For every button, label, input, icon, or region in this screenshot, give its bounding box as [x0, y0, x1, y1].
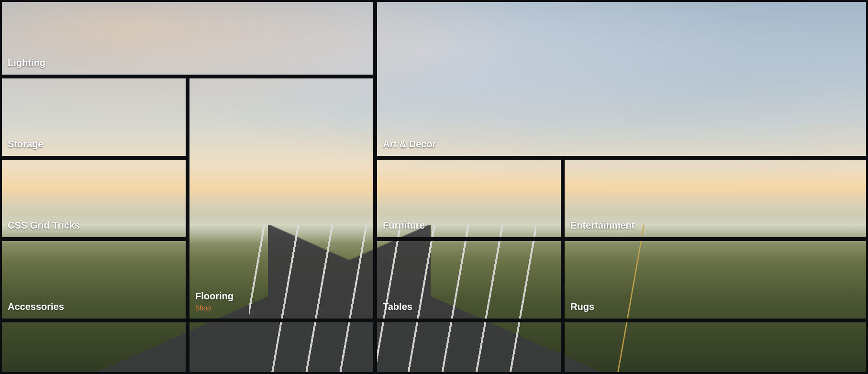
tile-storage[interactable]: Storage	[0, 77, 188, 158]
tile-entertainment[interactable]: Entertainment	[563, 158, 868, 239]
tile-label: Rugs	[570, 301, 594, 312]
tile-furniture[interactable]: Furniture	[375, 158, 563, 239]
tile-label: Furniture	[383, 220, 425, 231]
tile-empty	[375, 320, 563, 374]
tile-label: Tables	[383, 301, 412, 312]
tile-css-grid-tricks[interactable]: CSS Grid Tricks	[0, 158, 188, 239]
tile-tables[interactable]: Tables	[375, 239, 563, 320]
tile-label: Art & Decor	[383, 139, 436, 149]
tile-empty	[188, 320, 375, 374]
tile-label: Lighting	[8, 57, 45, 68]
tile-label: Entertainment	[570, 220, 634, 231]
tile-flooring[interactable]: Flooring Shop	[188, 77, 375, 320]
tile-label: Accessories	[8, 301, 64, 312]
tile-empty	[0, 320, 188, 374]
tile-art-and-decor[interactable]: Art & Decor	[375, 0, 868, 158]
tile-sublabel-shop[interactable]: Shop	[195, 304, 211, 312]
tile-label: Storage	[8, 139, 43, 149]
tile-label: Flooring	[195, 291, 234, 301]
tile-label: CSS Grid Tricks	[8, 220, 80, 231]
category-grid: Lighting Art & Decor Storage Flooring Sh…	[0, 0, 868, 374]
tile-lighting[interactable]: Lighting	[0, 0, 375, 77]
tile-rugs[interactable]: Rugs	[563, 239, 868, 320]
tile-accessories[interactable]: Accessories	[0, 239, 188, 320]
tile-empty	[563, 320, 868, 374]
